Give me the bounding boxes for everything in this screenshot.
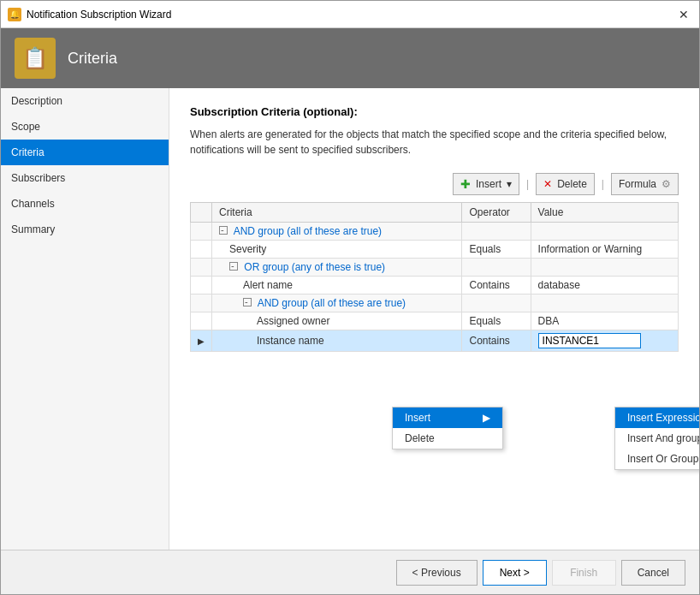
table-row[interactable]: OR group (any of these is true) [191, 259, 679, 277]
title-bar-icon: 🔔 [8, 8, 21, 21]
row-operator [462, 223, 531, 241]
finish-button: Finish [552, 560, 616, 586]
collapse-icon[interactable] [243, 298, 252, 306]
col-value: Value [531, 203, 678, 223]
row-value [531, 295, 678, 312]
row-criteria: Severity [212, 241, 462, 259]
header-bar: 📋 Criteria [1, 28, 699, 88]
description-text: When alerts are generated for the object… [190, 127, 679, 158]
sidebar-item-summary[interactable]: Summary [1, 217, 169, 242]
row-arrow [191, 259, 212, 277]
row-arrow: ▶ [191, 330, 212, 352]
submenu-item-insert-or-group[interactable]: Insert Or Group [615, 449, 699, 469]
title-bar-text: Notification Subscription Wizard [27, 9, 675, 21]
instance-name-input[interactable] [538, 333, 641, 348]
collapse-icon[interactable] [229, 262, 238, 271]
cancel-button[interactable]: Cancel [621, 560, 685, 586]
submenu-item-insert-and-group[interactable]: Insert And group [615, 428, 699, 449]
toolbar-separator2: | [602, 178, 604, 190]
col-criteria: Criteria [212, 203, 462, 223]
row-arrow [191, 295, 212, 312]
collapse-icon[interactable] [219, 226, 228, 235]
row-operator: Contains [462, 330, 531, 352]
row-value: database [531, 277, 678, 295]
previous-button[interactable]: < Previous [396, 560, 478, 586]
context-menu-item-delete[interactable]: Delete [393, 428, 502, 449]
delete-button[interactable]: ✕ Delete [536, 173, 595, 195]
row-value [531, 330, 678, 352]
row-value [531, 259, 678, 277]
row-arrow [191, 312, 212, 330]
row-arrow [191, 241, 212, 259]
criteria-table: Criteria Operator Value AND group (all o… [190, 202, 679, 352]
table-row[interactable]: AND group (all of these are true) [191, 223, 679, 241]
row-criteria: OR group (any of these is true) [212, 259, 462, 277]
insert-icon: ✚ [460, 177, 471, 191]
row-operator: Equals [462, 241, 531, 259]
sidebar-item-scope[interactable]: Scope [1, 114, 169, 140]
toolbar: ✚ Insert ▾ | ✕ Delete | Formula ⚙ [190, 173, 679, 195]
sidebar-item-channels[interactable]: Channels [1, 191, 169, 217]
row-value [531, 223, 678, 241]
insert-button[interactable]: ✚ Insert ▾ [453, 173, 519, 195]
window: 🔔 Notification Subscription Wizard ✕ 📋 C… [0, 0, 700, 595]
row-operator [462, 259, 531, 277]
header-title: Criteria [68, 50, 117, 68]
close-button[interactable]: ✕ [675, 6, 692, 23]
bottom-bar: < Previous Next > Finish Cancel [1, 550, 699, 594]
context-menu-item-insert[interactable]: Insert ▶ [393, 408, 502, 428]
table-row[interactable]: Severity Equals Information or Warning [191, 241, 679, 259]
context-menu-container: Insert ▶ Delete Insert Expression Insert… [392, 407, 503, 449]
table-row[interactable]: AND group (all of these are true) [191, 295, 679, 312]
main-panel: Subscription Criteria (optional): When a… [169, 88, 699, 550]
header-icon: 📋 [15, 38, 56, 79]
row-arrow [191, 223, 212, 241]
row-value: DBA [531, 312, 678, 330]
sidebar-item-criteria[interactable]: Criteria [1, 140, 169, 165]
row-criteria: Instance name [212, 330, 462, 352]
table-row[interactable]: Alert name Contains database [191, 277, 679, 295]
row-value: Information or Warning [531, 241, 678, 259]
table-row[interactable]: Assigned owner Equals DBA [191, 312, 679, 330]
delete-icon: ✕ [543, 178, 552, 190]
row-criteria: Assigned owner [212, 312, 462, 330]
col-operator: Operator [462, 203, 531, 223]
row-criteria: Alert name [212, 277, 462, 295]
row-operator: Contains [462, 277, 531, 295]
sidebar-item-subscribers[interactable]: Subscribers [1, 165, 169, 191]
submenu-item-insert-expression[interactable]: Insert Expression [615, 408, 699, 428]
formula-button[interactable]: Formula ⚙ [611, 173, 679, 195]
row-operator: Equals [462, 312, 531, 330]
row-criteria: AND group (all of these are true) [212, 223, 462, 241]
content-area: Description Scope Criteria Subscribers C… [1, 88, 699, 550]
table-row[interactable]: ▶ Instance name Contains [191, 330, 679, 352]
toolbar-separator: | [526, 178, 529, 190]
title-bar: 🔔 Notification Subscription Wizard ✕ [1, 1, 699, 28]
section-title: Subscription Criteria (optional): [190, 105, 679, 118]
submenu-panel: Insert Expression Insert And group Inser… [614, 407, 699, 470]
sidebar: Description Scope Criteria Subscribers C… [1, 88, 169, 550]
row-arrow [191, 277, 212, 295]
sidebar-item-description[interactable]: Description [1, 88, 169, 114]
row-criteria: AND group (all of these are true) [212, 295, 462, 312]
col-arrow [191, 203, 212, 223]
next-button[interactable]: Next > [483, 560, 547, 586]
row-operator [462, 295, 531, 312]
context-menu: Insert ▶ Delete [392, 407, 503, 449]
